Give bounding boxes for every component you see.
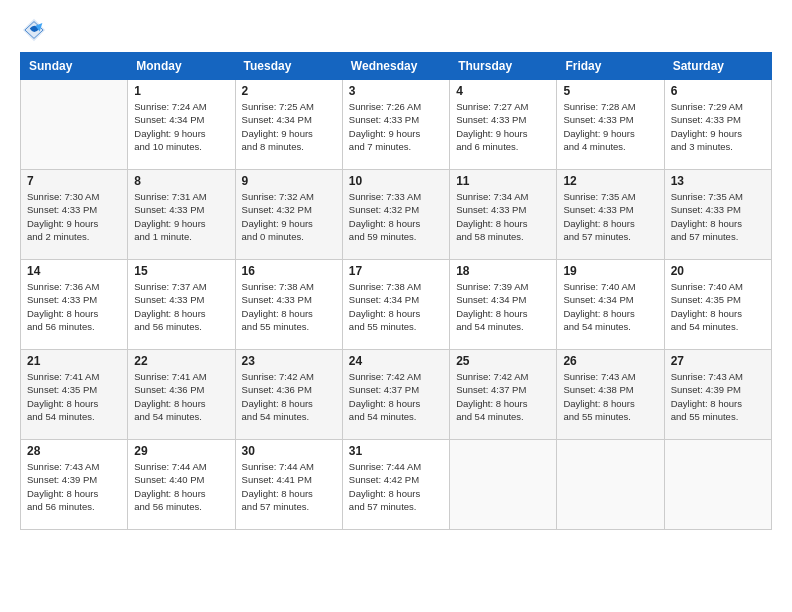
calendar-cell: 5Sunrise: 7:28 AM Sunset: 4:33 PM Daylig… bbox=[557, 80, 664, 170]
cell-info: Sunrise: 7:41 AM Sunset: 4:35 PM Dayligh… bbox=[27, 370, 121, 423]
calendar-cell bbox=[21, 80, 128, 170]
calendar-cell: 31Sunrise: 7:44 AM Sunset: 4:42 PM Dayli… bbox=[342, 440, 449, 530]
calendar-cell: 21Sunrise: 7:41 AM Sunset: 4:35 PM Dayli… bbox=[21, 350, 128, 440]
day-number: 27 bbox=[671, 354, 765, 368]
calendar-cell: 11Sunrise: 7:34 AM Sunset: 4:33 PM Dayli… bbox=[450, 170, 557, 260]
day-header-wednesday: Wednesday bbox=[342, 53, 449, 80]
day-number: 31 bbox=[349, 444, 443, 458]
day-number: 23 bbox=[242, 354, 336, 368]
calendar-cell: 9Sunrise: 7:32 AM Sunset: 4:32 PM Daylig… bbox=[235, 170, 342, 260]
day-number: 25 bbox=[456, 354, 550, 368]
calendar-week-4: 21Sunrise: 7:41 AM Sunset: 4:35 PM Dayli… bbox=[21, 350, 772, 440]
day-header-thursday: Thursday bbox=[450, 53, 557, 80]
calendar-cell: 8Sunrise: 7:31 AM Sunset: 4:33 PM Daylig… bbox=[128, 170, 235, 260]
calendar-cell: 29Sunrise: 7:44 AM Sunset: 4:40 PM Dayli… bbox=[128, 440, 235, 530]
day-header-sunday: Sunday bbox=[21, 53, 128, 80]
day-header-monday: Monday bbox=[128, 53, 235, 80]
calendar-cell: 13Sunrise: 7:35 AM Sunset: 4:33 PM Dayli… bbox=[664, 170, 771, 260]
day-number: 5 bbox=[563, 84, 657, 98]
day-number: 7 bbox=[27, 174, 121, 188]
day-number: 11 bbox=[456, 174, 550, 188]
calendar-cell: 6Sunrise: 7:29 AM Sunset: 4:33 PM Daylig… bbox=[664, 80, 771, 170]
cell-info: Sunrise: 7:36 AM Sunset: 4:33 PM Dayligh… bbox=[27, 280, 121, 333]
day-number: 12 bbox=[563, 174, 657, 188]
day-number: 2 bbox=[242, 84, 336, 98]
cell-info: Sunrise: 7:24 AM Sunset: 4:34 PM Dayligh… bbox=[134, 100, 228, 153]
day-header-friday: Friday bbox=[557, 53, 664, 80]
logo-icon bbox=[20, 16, 48, 44]
day-number: 17 bbox=[349, 264, 443, 278]
cell-info: Sunrise: 7:27 AM Sunset: 4:33 PM Dayligh… bbox=[456, 100, 550, 153]
day-number: 22 bbox=[134, 354, 228, 368]
calendar-cell: 18Sunrise: 7:39 AM Sunset: 4:34 PM Dayli… bbox=[450, 260, 557, 350]
day-number: 30 bbox=[242, 444, 336, 458]
day-number: 6 bbox=[671, 84, 765, 98]
calendar-cell: 30Sunrise: 7:44 AM Sunset: 4:41 PM Dayli… bbox=[235, 440, 342, 530]
calendar-week-3: 14Sunrise: 7:36 AM Sunset: 4:33 PM Dayli… bbox=[21, 260, 772, 350]
calendar-cell: 12Sunrise: 7:35 AM Sunset: 4:33 PM Dayli… bbox=[557, 170, 664, 260]
calendar-cell: 2Sunrise: 7:25 AM Sunset: 4:34 PM Daylig… bbox=[235, 80, 342, 170]
cell-info: Sunrise: 7:32 AM Sunset: 4:32 PM Dayligh… bbox=[242, 190, 336, 243]
day-number: 1 bbox=[134, 84, 228, 98]
calendar-cell: 15Sunrise: 7:37 AM Sunset: 4:33 PM Dayli… bbox=[128, 260, 235, 350]
calendar-cell: 22Sunrise: 7:41 AM Sunset: 4:36 PM Dayli… bbox=[128, 350, 235, 440]
cell-info: Sunrise: 7:28 AM Sunset: 4:33 PM Dayligh… bbox=[563, 100, 657, 153]
cell-info: Sunrise: 7:40 AM Sunset: 4:35 PM Dayligh… bbox=[671, 280, 765, 333]
calendar-cell: 1Sunrise: 7:24 AM Sunset: 4:34 PM Daylig… bbox=[128, 80, 235, 170]
cell-info: Sunrise: 7:33 AM Sunset: 4:32 PM Dayligh… bbox=[349, 190, 443, 243]
calendar-cell bbox=[557, 440, 664, 530]
calendar-cell: 16Sunrise: 7:38 AM Sunset: 4:33 PM Dayli… bbox=[235, 260, 342, 350]
cell-info: Sunrise: 7:42 AM Sunset: 4:37 PM Dayligh… bbox=[456, 370, 550, 423]
day-number: 9 bbox=[242, 174, 336, 188]
cell-info: Sunrise: 7:39 AM Sunset: 4:34 PM Dayligh… bbox=[456, 280, 550, 333]
logo bbox=[20, 16, 52, 44]
calendar-cell: 25Sunrise: 7:42 AM Sunset: 4:37 PM Dayli… bbox=[450, 350, 557, 440]
cell-info: Sunrise: 7:35 AM Sunset: 4:33 PM Dayligh… bbox=[563, 190, 657, 243]
calendar: SundayMondayTuesdayWednesdayThursdayFrid… bbox=[20, 52, 772, 530]
cell-info: Sunrise: 7:35 AM Sunset: 4:33 PM Dayligh… bbox=[671, 190, 765, 243]
calendar-week-2: 7Sunrise: 7:30 AM Sunset: 4:33 PM Daylig… bbox=[21, 170, 772, 260]
calendar-cell: 19Sunrise: 7:40 AM Sunset: 4:34 PM Dayli… bbox=[557, 260, 664, 350]
day-number: 28 bbox=[27, 444, 121, 458]
calendar-cell: 27Sunrise: 7:43 AM Sunset: 4:39 PM Dayli… bbox=[664, 350, 771, 440]
cell-info: Sunrise: 7:34 AM Sunset: 4:33 PM Dayligh… bbox=[456, 190, 550, 243]
cell-info: Sunrise: 7:26 AM Sunset: 4:33 PM Dayligh… bbox=[349, 100, 443, 153]
calendar-cell bbox=[450, 440, 557, 530]
cell-info: Sunrise: 7:31 AM Sunset: 4:33 PM Dayligh… bbox=[134, 190, 228, 243]
day-number: 26 bbox=[563, 354, 657, 368]
cell-info: Sunrise: 7:44 AM Sunset: 4:40 PM Dayligh… bbox=[134, 460, 228, 513]
cell-info: Sunrise: 7:43 AM Sunset: 4:38 PM Dayligh… bbox=[563, 370, 657, 423]
cell-info: Sunrise: 7:42 AM Sunset: 4:37 PM Dayligh… bbox=[349, 370, 443, 423]
day-number: 4 bbox=[456, 84, 550, 98]
calendar-cell: 23Sunrise: 7:42 AM Sunset: 4:36 PM Dayli… bbox=[235, 350, 342, 440]
cell-info: Sunrise: 7:44 AM Sunset: 4:42 PM Dayligh… bbox=[349, 460, 443, 513]
calendar-cell: 4Sunrise: 7:27 AM Sunset: 4:33 PM Daylig… bbox=[450, 80, 557, 170]
cell-info: Sunrise: 7:37 AM Sunset: 4:33 PM Dayligh… bbox=[134, 280, 228, 333]
header bbox=[20, 16, 772, 44]
calendar-cell: 14Sunrise: 7:36 AM Sunset: 4:33 PM Dayli… bbox=[21, 260, 128, 350]
day-header-saturday: Saturday bbox=[664, 53, 771, 80]
cell-info: Sunrise: 7:44 AM Sunset: 4:41 PM Dayligh… bbox=[242, 460, 336, 513]
day-number: 29 bbox=[134, 444, 228, 458]
cell-info: Sunrise: 7:43 AM Sunset: 4:39 PM Dayligh… bbox=[671, 370, 765, 423]
cell-info: Sunrise: 7:25 AM Sunset: 4:34 PM Dayligh… bbox=[242, 100, 336, 153]
day-number: 8 bbox=[134, 174, 228, 188]
cell-info: Sunrise: 7:41 AM Sunset: 4:36 PM Dayligh… bbox=[134, 370, 228, 423]
day-number: 21 bbox=[27, 354, 121, 368]
calendar-week-1: 1Sunrise: 7:24 AM Sunset: 4:34 PM Daylig… bbox=[21, 80, 772, 170]
day-number: 20 bbox=[671, 264, 765, 278]
calendar-cell: 26Sunrise: 7:43 AM Sunset: 4:38 PM Dayli… bbox=[557, 350, 664, 440]
calendar-header-row: SundayMondayTuesdayWednesdayThursdayFrid… bbox=[21, 53, 772, 80]
day-number: 16 bbox=[242, 264, 336, 278]
calendar-cell: 7Sunrise: 7:30 AM Sunset: 4:33 PM Daylig… bbox=[21, 170, 128, 260]
calendar-cell: 28Sunrise: 7:43 AM Sunset: 4:39 PM Dayli… bbox=[21, 440, 128, 530]
day-number: 18 bbox=[456, 264, 550, 278]
day-number: 14 bbox=[27, 264, 121, 278]
day-header-tuesday: Tuesday bbox=[235, 53, 342, 80]
day-number: 13 bbox=[671, 174, 765, 188]
calendar-cell: 10Sunrise: 7:33 AM Sunset: 4:32 PM Dayli… bbox=[342, 170, 449, 260]
calendar-cell: 24Sunrise: 7:42 AM Sunset: 4:37 PM Dayli… bbox=[342, 350, 449, 440]
cell-info: Sunrise: 7:40 AM Sunset: 4:34 PM Dayligh… bbox=[563, 280, 657, 333]
calendar-week-5: 28Sunrise: 7:43 AM Sunset: 4:39 PM Dayli… bbox=[21, 440, 772, 530]
cell-info: Sunrise: 7:43 AM Sunset: 4:39 PM Dayligh… bbox=[27, 460, 121, 513]
